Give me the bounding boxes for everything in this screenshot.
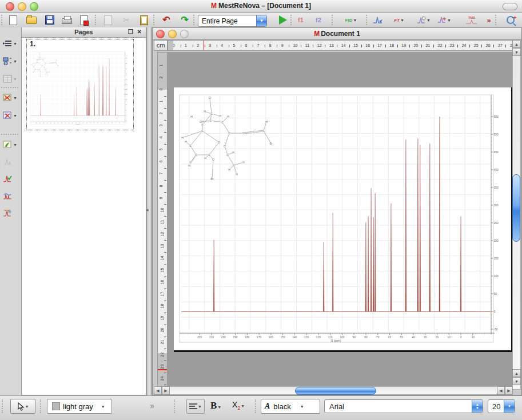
paragraph-align-button[interactable]: ▼ [186, 399, 205, 414]
svg-text:H: H [57, 59, 57, 60]
svg-text:250: 250 [126, 89, 127, 90]
zoom-in-button[interactable]: + [503, 14, 518, 26]
horizontal-ruler: 0123456789101112131415161718192021222324… [168, 40, 514, 51]
scroll-down-icon[interactable]: ▼ [512, 377, 521, 385]
page-setup-button[interactable]: ▼ [2, 37, 21, 50]
svg-text:120: 120 [316, 336, 321, 339]
splitter-collapse-arrow[interactable]: ◂ [146, 207, 149, 213]
fid-dropdown-button[interactable]: FID▼ [341, 14, 361, 26]
svg-text:160: 160 [57, 123, 59, 123]
svg-text:-50: -50 [494, 328, 498, 331]
undo-button[interactable]: ↶ [159, 14, 174, 26]
phase-correction-icon [417, 16, 426, 24]
phase-correction-button[interactable]: ▼ [414, 14, 433, 26]
table-tools-button[interactable]: ▼ [2, 109, 21, 122]
peak-picking-button[interactable] [2, 173, 21, 185]
alignment-button[interactable]: ▼ [2, 55, 21, 67]
cut-button[interactable]: ✂ [119, 14, 134, 26]
svg-text:C: C [208, 153, 210, 157]
svg-text:C: C [253, 130, 255, 134]
overflow-chevrons: » [487, 16, 491, 25]
main-toolbar: ✂ ↶ ↷ Entire Page ▼ f1 f2 FID▼ FT▼ ▼ ▼ T… [0, 13, 522, 28]
view-zoom-select[interactable]: Entire Page ▼ [198, 15, 267, 27]
chevron-down-icon: ▼ [13, 77, 17, 81]
image-tools-button[interactable]: ▼ [2, 91, 21, 104]
bottom-overflow-button[interactable]: » [150, 401, 154, 410]
f1-button[interactable]: f1 [293, 14, 308, 26]
svg-text:C: C [209, 119, 212, 122]
fourier-transform-button[interactable]: FT▼ [390, 14, 408, 26]
svg-text:350: 350 [494, 186, 499, 189]
multiplet-analysis-button[interactable] [2, 190, 21, 202]
chevron-down-icon: ▼ [198, 405, 202, 409]
scroll-up-icon[interactable]: ▲ [512, 369, 521, 377]
font-size-dropdown-button[interactable]: ▼ [504, 400, 515, 413]
subscript-button[interactable]: X2▼ [232, 400, 245, 411]
toolbar-toggle-pill[interactable] [503, 3, 517, 10]
page-setup-icon [3, 39, 12, 47]
copy-button[interactable] [101, 14, 115, 26]
toolbar-overflow-button[interactable]: » [481, 14, 496, 26]
ruler-unit-box[interactable]: cm [154, 40, 168, 51]
horizontal-scroll-thumb[interactable] [295, 387, 376, 395]
scroll-down-icon[interactable]: ▼ [512, 48, 521, 56]
object-color-select[interactable]: light gray ▼ [47, 399, 112, 414]
scroll-up-icon[interactable]: ▲ [512, 40, 521, 48]
text-color-select[interactable]: A black ▼ [261, 399, 320, 414]
spectrum-arrow-button[interactable] [370, 14, 385, 26]
object-color-value: light gray [63, 402, 93, 411]
svg-text:O: O [224, 145, 226, 148]
table-tools-icon [3, 111, 12, 119]
svg-text:220: 220 [36, 123, 38, 123]
page-thumbnail-preview: 2202102001901801701601501401301201101009… [29, 50, 131, 128]
svg-text:110: 110 [75, 123, 77, 123]
redo-button[interactable]: ↷ [177, 14, 192, 26]
font-size-value: 20 [488, 402, 504, 411]
chevron-down-icon: ▼ [13, 114, 17, 118]
bold-button[interactable]: B▼ [210, 400, 221, 411]
nmr-spectrum-object[interactable]: 2202102001901801701601501401301201101009… [174, 87, 511, 351]
vertical-scroll-thumb[interactable] [512, 174, 520, 242]
scroll-left-icon[interactable]: ◀ [154, 386, 162, 395]
svg-text:O: O [218, 141, 220, 144]
export-pdf-button[interactable] [77, 14, 91, 26]
scroll-right-icon[interactable]: ▶ [505, 386, 513, 395]
font-size-select[interactable]: 20 ▼ [488, 399, 515, 413]
paste-button[interactable] [137, 14, 152, 26]
open-button[interactable] [24, 14, 39, 26]
page-thumbnail[interactable]: 1. 2202102001901801701601501401301201101… [26, 39, 134, 130]
view-zoom-dropdown-button[interactable]: ▼ [256, 15, 266, 26]
scroll-left-icon[interactable]: ◀ [497, 386, 505, 395]
save-button[interactable] [42, 14, 57, 26]
cursor-tool-button[interactable]: ▼ [10, 399, 35, 414]
pages-panel-header[interactable]: Pages ❐ ✕ [22, 27, 146, 38]
document-title-bar[interactable]: MDocument 1 [153, 28, 521, 40]
title-bar[interactable]: MMestReNova – [Document 1] [0, 0, 522, 13]
f2-button[interactable]: f2 [311, 14, 326, 26]
svg-text:210: 210 [209, 336, 214, 339]
integration-button[interactable]: m [2, 207, 21, 219]
font-family-select[interactable]: Arial ▲▼ [324, 399, 483, 413]
chevron-down-icon: ▼ [13, 143, 17, 147]
document-page[interactable]: 2202102001901801701601501401301201101009… [174, 87, 513, 352]
svg-text:140: 140 [65, 123, 66, 123]
document-canvas[interactable]: 2202102001901801701601501401301201101009… [168, 52, 514, 390]
chevron-down-icon: ▼ [13, 59, 17, 63]
peaks-button[interactable] [2, 155, 21, 168]
scroll-right-icon[interactable]: ▶ [162, 386, 170, 395]
svg-text:200: 200 [494, 239, 499, 242]
run-button[interactable] [276, 14, 290, 26]
spectrum-arrow-icon [373, 16, 383, 24]
float-panel-icon[interactable]: ❐ [128, 29, 133, 35]
table-button[interactable]: ▼ [2, 73, 21, 85]
document-title: MDocument 1 [153, 30, 521, 38]
close-panel-icon[interactable]: ✕ [137, 29, 142, 35]
graphics-button[interactable]: ▼ [2, 138, 21, 151]
tms-reference-button[interactable]: TMS [462, 14, 481, 26]
print-button[interactable] [59, 14, 74, 26]
font-stepper-button[interactable]: ▲▼ [472, 400, 483, 413]
svg-text:150: 150 [494, 257, 499, 260]
baseline-correction-button[interactable]: ▼ [435, 14, 454, 26]
svg-text:50: 50 [126, 110, 127, 110]
new-document-button[interactable] [6, 14, 21, 26]
